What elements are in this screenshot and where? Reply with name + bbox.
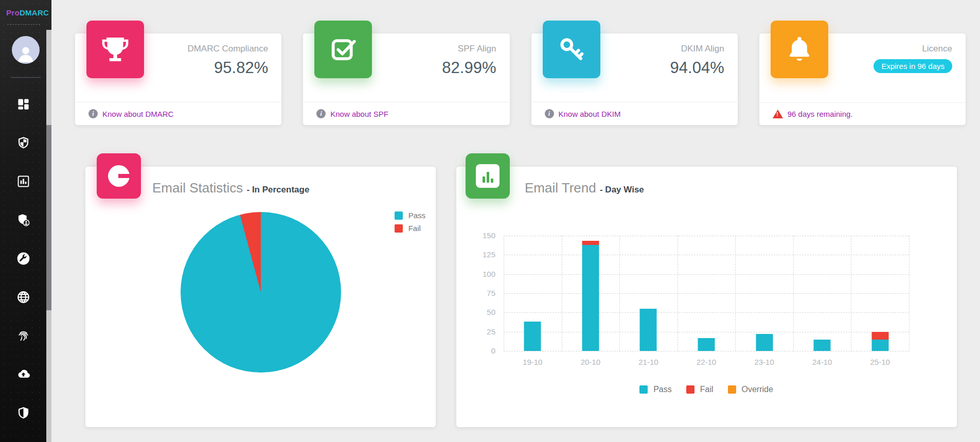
app-logo[interactable]: ProDMARC <box>0 0 51 17</box>
sidebar-item-user-security[interactable] <box>16 213 30 227</box>
bar-24-10[interactable] <box>814 340 831 351</box>
y-axis-tick: 25 <box>475 327 495 336</box>
gridline <box>793 236 794 351</box>
email-trend-title: Email Trend - Day Wise <box>525 180 644 196</box>
logo-text-dmarc: DMARC <box>20 8 49 17</box>
stat-value: 94.04% <box>603 59 724 77</box>
card-spf-align: SPF Align 82.99% i Know about SPF <box>303 33 509 125</box>
bar-segment-fail <box>582 241 599 244</box>
trophy-icon <box>100 34 130 64</box>
x-axis-tick: 21-10 <box>638 358 658 366</box>
legend-item-pass[interactable]: Pass <box>639 385 672 394</box>
licence-warning: 96 days remaining. <box>759 103 966 125</box>
legend-swatch <box>395 224 403 233</box>
y-axis-tick: 50 <box>475 308 495 316</box>
sidebar-item-reports[interactable] <box>16 174 30 188</box>
licence-expiry-badge: Expires in 96 days <box>874 59 952 73</box>
y-axis-tick: 75 <box>475 289 495 297</box>
sidebar-item-domains[interactable] <box>16 290 30 304</box>
stat-label: SPF Align <box>375 44 496 54</box>
logo-text-pro: Pro <box>6 8 20 17</box>
pie-chart-icon <box>108 165 130 187</box>
info-icon: i <box>316 109 326 118</box>
email-statistics-card: Email Statistics - In Percentage PassFai… <box>85 167 436 427</box>
warning-icon <box>773 110 783 118</box>
shield-half-icon <box>16 406 30 420</box>
card-licence: Licence Expires in 96 days 96 days remai… <box>759 33 966 125</box>
bar-20-10[interactable] <box>582 241 599 351</box>
stat-value: 82.99% <box>375 59 496 77</box>
gridline <box>504 332 909 332</box>
scrollbar-thumb[interactable] <box>46 125 51 310</box>
check-square-icon <box>328 34 358 64</box>
gridline <box>504 236 504 351</box>
person-icon <box>15 43 36 64</box>
globe-icon <box>16 290 30 304</box>
key-icon <box>557 34 586 64</box>
dashboard-icon <box>16 97 30 111</box>
gridline <box>504 312 909 313</box>
legend-item-override[interactable]: Override <box>728 385 773 394</box>
y-axis-tick: 0 <box>475 346 495 355</box>
cloud-upload-icon <box>16 367 30 381</box>
legend-swatch <box>639 385 648 394</box>
link-label: Know about DMARC <box>102 110 173 118</box>
gridline <box>504 293 909 294</box>
user-avatar[interactable] <box>12 36 40 64</box>
sidebar: ProDMARC <box>0 0 51 442</box>
pie-chart-tile <box>97 153 141 199</box>
tools-icon <box>16 252 30 266</box>
gridline <box>619 236 620 351</box>
gridline <box>851 236 851 351</box>
bar-chart-tile <box>466 153 510 199</box>
gridline <box>504 274 909 275</box>
x-axis-tick: 19-10 <box>523 358 542 366</box>
bar-segment-pass <box>582 245 599 351</box>
stat-label: Licence <box>831 44 952 54</box>
know-about-dkim-link[interactable]: i Know about DKIM <box>531 102 738 125</box>
bar-segment-pass <box>524 322 541 351</box>
legend-item-fail[interactable]: Fail <box>395 224 425 233</box>
sidebar-item-tools[interactable] <box>16 251 30 266</box>
sidebar-scrollbar[interactable] <box>46 30 51 442</box>
sidebar-item-upload[interactable] <box>16 367 30 381</box>
legend-label: Fail <box>700 385 714 394</box>
dmarc-tile <box>86 21 144 78</box>
link-label: Know about DKIM <box>559 110 621 118</box>
card-dkim-align: DKIM Align 94.04% i Know about DKIM <box>531 33 738 125</box>
legend-item-pass[interactable]: Pass <box>395 211 425 220</box>
title-text: Email Trend <box>525 180 596 196</box>
bar-segment-pass <box>756 334 773 351</box>
title-text: Email Statistics <box>152 180 243 196</box>
x-axis-tick: 20-10 <box>581 358 600 366</box>
bar-legend: PassFailOverride <box>504 385 909 394</box>
info-icon: i <box>545 109 554 118</box>
y-axis-tick: 150 <box>475 231 495 240</box>
stat-label: DMARC Compliance <box>147 44 268 54</box>
warning-label: 96 days remaining. <box>788 110 853 118</box>
legend-item-fail[interactable]: Fail <box>686 385 714 394</box>
bar-25-10[interactable] <box>871 332 888 351</box>
know-about-dmarc-link[interactable]: i Know about DMARC <box>75 102 281 125</box>
x-axis-tick: 25-10 <box>870 358 890 366</box>
sidebar-item-forensics[interactable] <box>16 328 30 343</box>
know-about-spf-link[interactable]: i Know about SPF <box>303 102 509 125</box>
sidebar-item-protection[interactable] <box>16 135 30 150</box>
x-axis-tick: 22-10 <box>697 358 716 366</box>
y-axis-tick: 100 <box>475 270 495 278</box>
shield-icon <box>16 136 30 150</box>
bar-segment-pass <box>814 340 831 351</box>
bar-segment-pass <box>698 338 715 351</box>
bar-23-10[interactable] <box>756 334 773 351</box>
pie-chart[interactable] <box>181 212 341 373</box>
sidebar-item-dashboard[interactable] <box>16 97 30 111</box>
bar-22-10[interactable] <box>698 338 715 351</box>
bar-19-10[interactable] <box>524 322 541 351</box>
link-label: Know about SPF <box>330 110 388 118</box>
sidebar-item-security[interactable] <box>16 405 30 420</box>
divider <box>7 24 40 25</box>
sidebar-nav <box>0 78 51 420</box>
fingerprint-icon <box>16 329 30 343</box>
subtitle-text: - In Percentage <box>247 185 310 195</box>
bar-21-10[interactable] <box>640 309 657 351</box>
